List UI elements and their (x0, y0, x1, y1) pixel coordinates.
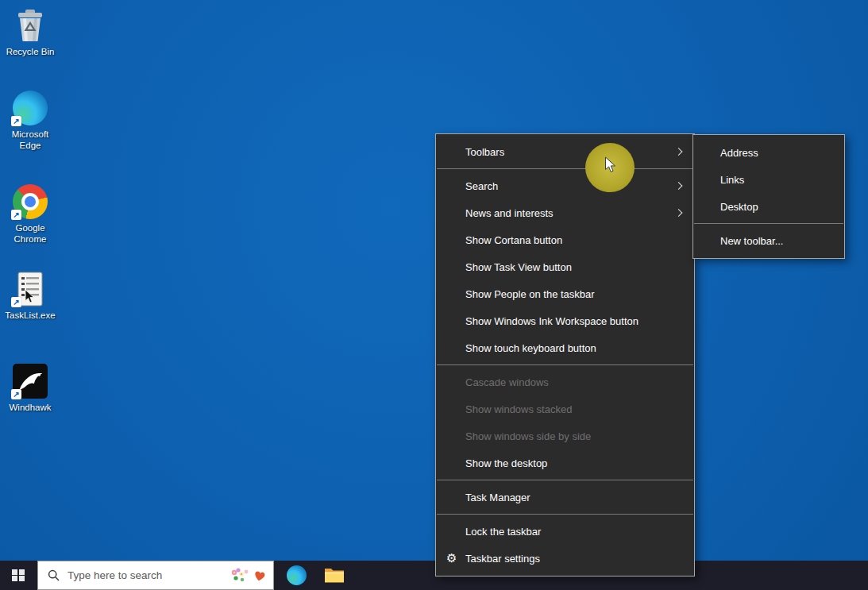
menu-item-label: Search (465, 180, 498, 192)
recycle-bin-glyph (13, 7, 48, 44)
windhawk-icon: ↗ (11, 362, 49, 400)
taskbar-file-explorer-button[interactable] (318, 561, 351, 590)
menu-item-label: Desktop (720, 201, 758, 213)
menu-item-show-task-view-button[interactable]: Show Task View button (436, 253, 694, 280)
search-icon (48, 569, 60, 581)
menu-item-news-and-interests[interactable]: News and interests (436, 199, 694, 226)
toolbars-submenu: Address Links Desktop New toolbar... (692, 134, 845, 259)
menu-item-label: News and interests (465, 207, 554, 219)
taskbar-search[interactable] (37, 561, 274, 590)
chevron-right-icon (675, 182, 683, 190)
submenu-item-desktop[interactable]: Desktop (693, 193, 844, 220)
menu-item-label: Links (720, 174, 744, 186)
menu-separator (437, 514, 693, 515)
mouse-cursor-icon (25, 289, 35, 303)
menu-item-label: Show People on the taskbar (465, 288, 595, 300)
menu-item-label: Show windows stacked (465, 403, 572, 415)
chevron-right-icon (675, 209, 683, 217)
menu-separator (437, 168, 693, 169)
desktop-icon-recycle-bin[interactable]: Recycle Bin (0, 6, 60, 58)
edge-icon: ↗ (11, 89, 49, 127)
menu-item-cascade-windows: Cascade windows (436, 368, 694, 395)
click-highlight (585, 143, 635, 192)
windows-logo-icon (12, 569, 25, 582)
menu-item-label: Show Cortana button (465, 234, 562, 246)
mouse-cursor-icon (604, 156, 616, 173)
flowers-icon (229, 566, 251, 585)
menu-separator (437, 480, 693, 480)
start-button[interactable] (0, 561, 37, 590)
search-input[interactable] (66, 569, 229, 582)
menu-item-taskbar-settings[interactable]: ⚙ Taskbar settings (436, 545, 694, 572)
desktop: Recycle Bin ↗ Microsoft Edge ↗ Google Ch… (0, 0, 868, 590)
shortcut-arrow-icon: ↗ (11, 389, 21, 399)
menu-item-toolbars[interactable]: Toolbars (436, 138, 694, 165)
menu-item-search[interactable]: Search (436, 172, 694, 199)
menu-item-show-cortana-button[interactable]: Show Cortana button (436, 226, 694, 253)
menu-item-label: Show touch keyboard button (465, 342, 596, 354)
submenu-item-new-toolbar[interactable]: New toolbar... (693, 227, 844, 254)
file-explorer-icon (324, 567, 345, 584)
shortcut-arrow-icon: ↗ (11, 210, 21, 220)
desktop-icon-label: Google Chrome (0, 223, 60, 245)
desktop-icon-google-chrome[interactable]: ↗ Google Chrome (0, 183, 60, 245)
taskbar (0, 561, 868, 590)
search-highlights[interactable] (229, 566, 267, 585)
desktop-icon-label: Windhawk (9, 403, 51, 414)
menu-item-lock-the-taskbar[interactable]: Lock the taskbar (436, 518, 694, 545)
menu-separator (694, 223, 843, 224)
shortcut-arrow-icon: ↗ (11, 297, 21, 307)
desktop-icon-label: TaskList.exe (5, 310, 55, 322)
menu-item-label: Show Task View button (465, 261, 572, 273)
menu-item-label: Cascade windows (465, 376, 549, 388)
edge-icon (287, 565, 307, 585)
menu-item-label: Show Windows Ink Workspace button (465, 315, 638, 327)
menu-item-label: Lock the taskbar (465, 526, 541, 538)
desktop-icon-microsoft-edge[interactable]: ↗ Microsoft Edge (0, 89, 60, 152)
shortcut-arrow-icon: ↗ (11, 116, 21, 126)
chevron-right-icon (675, 148, 683, 156)
menu-item-label: Address (720, 147, 758, 159)
menu-item-show-people-on-the-taskbar[interactable]: Show People on the taskbar (436, 280, 694, 307)
gear-icon: ⚙ (446, 551, 457, 565)
menu-separator (437, 364, 693, 365)
menu-item-label: Show windows side by side (465, 430, 591, 442)
taskbar-edge-button[interactable] (280, 561, 313, 590)
menu-item-label: Show the desktop (465, 457, 547, 469)
submenu-item-address[interactable]: Address (693, 139, 844, 166)
menu-item-task-manager[interactable]: Task Manager (436, 484, 694, 511)
menu-item-show-windows-ink-workspace-button[interactable]: Show Windows Ink Workspace button (436, 307, 694, 334)
desktop-icon-label: Microsoft Edge (0, 129, 60, 152)
desktop-icon-windhawk[interactable]: ↗ Windhawk (0, 362, 60, 414)
taskbar-context-menu: Toolbars Search News and interests Show … (435, 133, 695, 577)
menu-item-label: Task Manager (465, 492, 530, 503)
menu-item-label: Taskbar settings (465, 553, 540, 565)
menu-item-label: New toolbar... (720, 235, 784, 247)
menu-item-label: Toolbars (465, 146, 504, 158)
heart-icon (253, 569, 267, 583)
menu-item-show-the-desktop[interactable]: Show the desktop (436, 449, 694, 476)
chrome-icon: ↗ (11, 183, 49, 221)
menu-item-show-windows-side-by-side: Show windows side by side (436, 422, 694, 449)
menu-item-show-windows-stacked: Show windows stacked (436, 395, 694, 422)
recycle-bin-icon (11, 6, 49, 44)
desktop-icon-label: Recycle Bin (6, 47, 55, 58)
menu-item-show-touch-keyboard-button[interactable]: Show touch keyboard button (436, 334, 694, 361)
submenu-item-links[interactable]: Links (693, 166, 844, 193)
